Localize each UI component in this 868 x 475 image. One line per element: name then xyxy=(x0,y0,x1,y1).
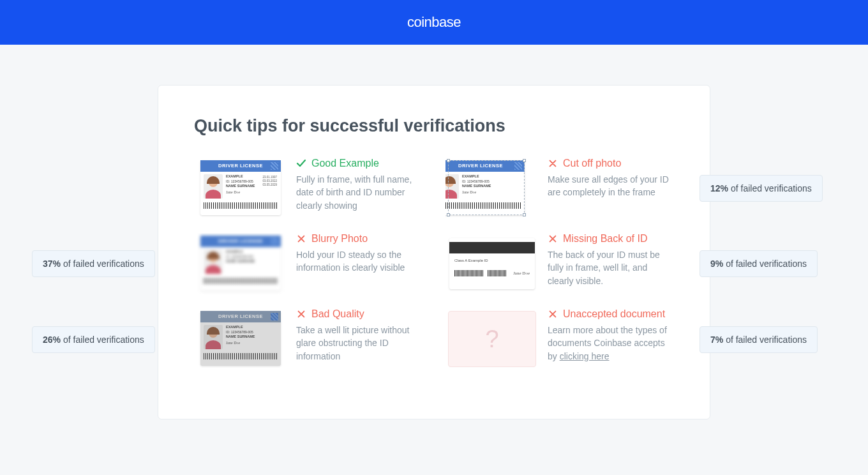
idcard-detail: 03.05.2029 xyxy=(262,183,277,186)
tip-desc: Make sure all edges of your ID are compl… xyxy=(548,173,674,199)
annotation-text: of failed verifications xyxy=(726,335,807,345)
tip-label: Blurry Photo xyxy=(311,233,368,245)
tip-bad-quality: DRIVER LICENSE EXAMPLE ID: 123456789-005… xyxy=(194,308,423,370)
tip-label: Missing Back of ID xyxy=(563,233,647,245)
tips-grid: DRIVER LICENSE EXAMPLE ID: 123456789-005… xyxy=(194,158,674,370)
tip-desc: Take a well lit picture without glare ob… xyxy=(296,324,423,363)
idcard-header: DRIVER LICENSE xyxy=(200,236,281,247)
annotation-bad: 26% of failed verifications xyxy=(32,326,155,353)
tip-desc: Fully in frame, with full name, date of … xyxy=(296,173,423,212)
tip-label: Bad Quality xyxy=(311,308,364,320)
idcard-idline: ID: 123456789-005 xyxy=(226,330,253,334)
tip-desc: The back of your ID must be fully in fra… xyxy=(548,248,674,287)
thumb-cutoff: DRIVER LICENSE EXAMPLE ID: 123456789-005… xyxy=(445,158,539,219)
annotation-missing: 9% of failed verifications xyxy=(700,250,818,277)
x-icon xyxy=(296,309,306,319)
idcard-example: EXAMPLE xyxy=(226,325,243,329)
x-icon xyxy=(548,309,558,319)
idcard-signature: Jane Doe xyxy=(226,190,278,195)
idcard-detail: 23.01.1997 xyxy=(262,176,277,179)
thumb-blurry: DRIVER LICENSE EXAMPLE ID: 123456789-005… xyxy=(194,233,287,294)
idcard-back-label: Class A Example ID xyxy=(454,259,530,262)
check-icon xyxy=(296,158,306,169)
idcard-name: NAME SURNAME xyxy=(226,184,255,188)
idcard-example: EXAMPLE xyxy=(226,174,243,178)
annotation-text: of failed verifications xyxy=(63,259,144,269)
accepted-docs-link[interactable]: clicking here xyxy=(560,351,610,361)
annotation-pct: 9% xyxy=(710,259,723,269)
tip-blurry: DRIVER LICENSE EXAMPLE ID: 123456789-005… xyxy=(194,233,423,294)
tip-missing-back: Class A Example ID Jane Doe Missing Back… xyxy=(445,233,674,294)
annotation-blurry: 37% of failed verifications xyxy=(32,250,155,277)
x-icon xyxy=(548,158,558,169)
idcard-signature: Jane Doe xyxy=(226,340,278,345)
annotation-text: of failed verifications xyxy=(63,335,144,345)
thumb-bad-quality: DRIVER LICENSE EXAMPLE ID: 123456789-005… xyxy=(194,308,287,370)
thumb-missing-back: Class A Example ID Jane Doe xyxy=(445,233,539,294)
x-icon xyxy=(548,234,558,244)
annotation-unaccepted: 7% of failed verifications xyxy=(700,326,818,353)
question-mark-icon: ? xyxy=(485,326,498,353)
tip-label: Unaccepted document xyxy=(563,308,665,320)
idcard-idline: ID: 123456789-005 xyxy=(226,255,253,259)
thumb-unaccepted: ? xyxy=(445,308,539,370)
idcard-header: DRIVER LICENSE xyxy=(200,311,281,322)
idcard-name: NAME SURNAME xyxy=(226,335,255,338)
annotation-pct: 26% xyxy=(43,335,61,345)
annotation-text: of failed verifications xyxy=(726,259,807,269)
tip-desc: Learn more about the types of documents … xyxy=(548,324,674,363)
idcard-signature: Jane Doe xyxy=(513,271,530,276)
idcard-header: DRIVER LICENSE xyxy=(200,160,281,172)
tips-card: Quick tips for successful verifications … xyxy=(158,85,710,419)
tip-good: DRIVER LICENSE EXAMPLE ID: 123456789-005… xyxy=(194,158,423,219)
thumb-good: DRIVER LICENSE EXAMPLE ID: 123456789-005… xyxy=(194,158,287,219)
annotation-pct: 12% xyxy=(710,183,728,193)
idcard-detail: 03.03.2022 xyxy=(262,179,277,183)
brand-logo: coinbase xyxy=(407,14,461,31)
annotation-pct: 7% xyxy=(710,335,723,345)
idcard-name: NAME SURNAME xyxy=(226,259,255,263)
tip-cutoff: DRIVER LICENSE EXAMPLE ID: 123456789-005… xyxy=(445,158,674,219)
x-icon xyxy=(296,234,306,244)
tip-label: Cut off photo xyxy=(563,158,621,169)
annotation-cutoff: 12% of failed verifications xyxy=(700,175,823,202)
tip-label: Good Example xyxy=(311,158,379,169)
card-title: Quick tips for successful verifications xyxy=(194,116,674,136)
annotation-pct: 37% xyxy=(43,259,61,269)
annotation-text: of failed verifications xyxy=(731,183,812,193)
tip-unaccepted: ? Unaccepted document Learn more about t… xyxy=(445,308,674,370)
idcard-idline: ID: 123456789-005 xyxy=(226,179,253,183)
tip-desc: Hold your ID steady so the information i… xyxy=(296,248,423,275)
header: coinbase xyxy=(0,0,868,45)
idcard-example: EXAMPLE xyxy=(226,250,243,253)
